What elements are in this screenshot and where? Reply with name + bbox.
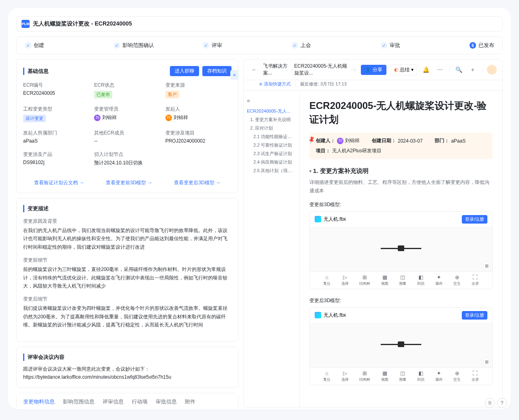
tab-action[interactable]: 行动项 xyxy=(132,393,148,407)
tool-测量[interactable]: ◫测量 xyxy=(399,370,406,382)
meta-project: 无人机A2Plus研发项目 xyxy=(332,147,382,154)
view-before-model-link[interactable]: 查看变更前3D模型 → xyxy=(106,179,152,186)
ecr-no-label: ECR编号 xyxy=(23,82,89,89)
expand-toggle[interactable]: » xyxy=(230,70,238,80)
back-icon[interactable]: ← xyxy=(249,65,259,75)
model-toolbar: ⌂复位▷选择⊞结构树▦视图◫测量◧剖切✦爆炸⊕交互⛶全屏 xyxy=(310,271,492,289)
tabs: 变更物料信息 影响范围信息 评审信息 行动项 审批信息 附件 xyxy=(17,393,238,407)
outline-item[interactable]: 2. 应对计划 xyxy=(247,124,296,132)
add-shortcut-link[interactable]: ⊕ 添加快捷方式 xyxy=(259,81,291,87)
more-icon[interactable]: ⋯ xyxy=(435,65,445,75)
meta-project-label: 项目： xyxy=(316,147,330,154)
tab-attachment[interactable]: 附件 xyxy=(185,393,195,407)
ecr-no-value: ECR20240005 xyxy=(23,90,89,96)
search-icon[interactable]: 🔍 xyxy=(454,65,464,75)
outline-item[interactable]: 2.2 可靠性验证计划 xyxy=(247,141,296,149)
share-button[interactable]: 👤分享 xyxy=(361,65,386,75)
review-card: 评审会决议内容 跟进评审会议决议大家一致同意此次变更，会议妙计如下：https:… xyxy=(16,347,238,388)
star-icon[interactable]: ☆ xyxy=(352,67,357,72)
copy-icon[interactable]: ⎘ xyxy=(485,398,495,408)
change-type-label: 工程变更类型 xyxy=(23,106,89,113)
reason-label: 变更原因及背景 xyxy=(23,218,232,225)
tool-全屏[interactable]: ⛶全屏 xyxy=(472,274,479,286)
doc-panel: ← 飞书解决方案... › ECR20240005-无人机螺旋桨设... ☆ 👤… xyxy=(243,59,503,407)
tab-review[interactable]: 评审信息 xyxy=(103,393,124,407)
check-icon: ✓ xyxy=(114,42,120,49)
tab-scope[interactable]: 影响范围信息 xyxy=(63,393,94,407)
tool-爆炸[interactable]: ✦爆炸 xyxy=(435,370,443,382)
tool-icon: ◫ xyxy=(400,370,405,376)
login-button[interactable]: 登录/注册 xyxy=(462,311,487,320)
step-approve[interactable]: ✓审批 xyxy=(381,42,470,49)
summary-button[interactable]: ◐总结▾ xyxy=(390,64,417,75)
tool-视图[interactable]: ▦视图 xyxy=(381,370,388,382)
plus-icon[interactable]: + xyxy=(468,65,478,75)
admin-value: 刘锦祥 xyxy=(102,114,117,121)
page-title: 无人机螺旋桨设计更改 - ECR20240005 xyxy=(33,20,132,28)
tool-爆炸[interactable]: ✦爆炸 xyxy=(435,274,443,286)
tool-剖切[interactable]: ◧剖切 xyxy=(417,274,425,286)
step-create[interactable]: ✓创建 xyxy=(25,42,114,49)
model-canvas[interactable]: ⊞ xyxy=(310,227,492,271)
step-published[interactable]: 6已发布 xyxy=(470,42,494,49)
others-label: 其他ECR成员 xyxy=(94,130,160,136)
tab-approval[interactable]: 审批信息 xyxy=(156,393,177,407)
last-edit-label: 最近修改: 3月7日 17:13 xyxy=(300,81,347,87)
after-text: 我们提议将螺旋桨设计改变为四叶螺旋桨，并优化每个叶片的形状以改善气流效率。螺旋桨… xyxy=(23,304,232,329)
outline-item[interactable]: 2.5 其他计划（强制认... xyxy=(247,166,296,175)
description-card: 变更描述 变更原因及背景 在我们的无人机产品线中，我们发现当前螺旋桨的设计可能导… xyxy=(16,198,238,342)
breadcrumb-item[interactable]: ECR20240005-无人机螺旋桨设... xyxy=(294,63,351,77)
product-label: 变更涉及产品 xyxy=(23,151,89,158)
bell-icon[interactable]: 🔔 xyxy=(421,65,431,75)
canvas-corner-tools[interactable]: ⊞ xyxy=(483,358,491,366)
outline-item[interactable]: 2.4 供应商验证计划 xyxy=(247,158,296,166)
tool-选择[interactable]: ▷选择 xyxy=(341,274,349,286)
outline-item[interactable]: 2.3 试生产验证计划 xyxy=(247,149,296,158)
tab-material[interactable]: 变更物料信息 xyxy=(23,393,55,407)
tool-选择[interactable]: ▷选择 xyxy=(341,370,349,382)
view-doc-link[interactable]: 查看验证计划云文档 → xyxy=(34,179,84,186)
tool-结构树[interactable]: ⊞结构树 xyxy=(359,274,370,286)
enter-group-button[interactable]: 进入群聊 xyxy=(170,66,199,76)
tool-复位[interactable]: ⌂复位 xyxy=(323,274,330,286)
outline-title[interactable]: ECR20240005-无人... xyxy=(247,107,296,115)
login-button[interactable]: 登录/注册 xyxy=(462,215,487,224)
user-avatar[interactable] xyxy=(487,65,497,75)
tool-icon: ⛶ xyxy=(472,370,478,376)
dept-value: aPaaS xyxy=(23,138,89,144)
tool-复位[interactable]: ⌂复位 xyxy=(323,370,330,382)
doc-meta-box: 📌 创建人：刘刘锦祥 创建日期：2024-03-07 部门：aPaaS 项目：无… xyxy=(309,132,493,159)
tool-icon: ◫ xyxy=(400,274,405,280)
share-icon: 👤 xyxy=(365,67,371,72)
help-icon[interactable]: ? xyxy=(497,398,507,408)
step-review[interactable]: ✓评审 xyxy=(203,42,292,49)
outline-collapse-icon[interactable]: « xyxy=(247,97,296,104)
tool-icon: ⊞ xyxy=(362,370,367,376)
outline-item[interactable]: 2.1 功能性能验证计划 xyxy=(247,132,296,141)
basic-info-card: » 基础信息 进入群聊 存档知识 ECR编号ECR20240005 ECR状态已… xyxy=(16,59,238,193)
outline-item[interactable]: 1. 变更方案补充说明 xyxy=(247,115,296,124)
step-meeting[interactable]: ✓上会 xyxy=(292,42,380,49)
canvas-corner-tools[interactable]: ⊞ xyxy=(483,262,491,270)
tool-icon: ⊕ xyxy=(455,274,459,280)
review-title: 评审会决议内容 xyxy=(23,354,232,361)
tool-icon: ⛶ xyxy=(472,274,478,280)
tool-视图[interactable]: ▦视图 xyxy=(381,274,388,286)
step-scope[interactable]: ✓影响范围确认 xyxy=(114,42,202,49)
tool-交互[interactable]: ⊕交互 xyxy=(453,274,461,286)
model-canvas[interactable]: ⊞ xyxy=(310,323,492,367)
tool-结构树[interactable]: ⊞结构树 xyxy=(359,370,370,382)
breadcrumb-item[interactable]: 飞书解决方案... xyxy=(263,63,290,77)
before-text: 前的螺旋桨设计为三叶螺旋桨，直径200毫米，采用碳纤维作为制作材料。叶片的形状为… xyxy=(23,265,232,290)
view-after-model-link[interactable]: 查看变更后3D模型 → xyxy=(174,179,221,186)
plan-node-label: 切入计划节点 xyxy=(94,151,232,158)
archive-button[interactable]: 存档知识 xyxy=(202,66,232,76)
tool-交互[interactable]: ⊕交互 xyxy=(453,370,461,382)
chevron-right-icon: › xyxy=(291,67,293,72)
project-label: 变更涉及项目 xyxy=(165,130,232,136)
tool-测量[interactable]: ◫测量 xyxy=(399,274,406,286)
chevron-down-icon: ▾ xyxy=(411,67,414,72)
tool-全屏[interactable]: ⛶全屏 xyxy=(472,370,479,382)
app-badge-icon: PLM xyxy=(21,20,30,28)
tool-剖切[interactable]: ◧剖切 xyxy=(417,370,425,382)
